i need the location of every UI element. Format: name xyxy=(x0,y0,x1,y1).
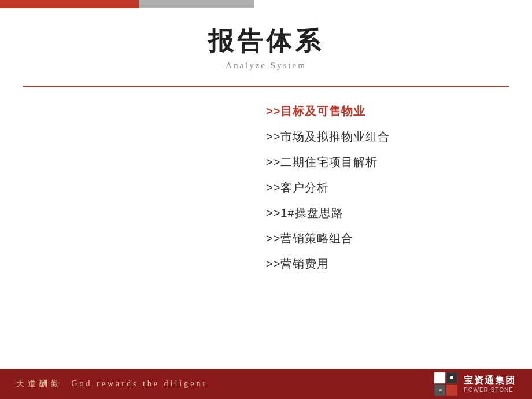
top-bar-gray xyxy=(139,0,254,8)
svg-rect-5 xyxy=(439,389,442,391)
main-title: 报告体系 xyxy=(0,24,532,58)
slogan-cn: 天道酬勤 xyxy=(16,379,62,388)
menu-item-5[interactable]: >>营销策略组合 xyxy=(266,228,390,248)
menu-list: >>目标及可售物业>>市场及拟推物业组合>>二期住宅项目解析>>客户分析>>1#… xyxy=(266,101,390,274)
slogan-en: God rewards the diligent xyxy=(72,379,208,388)
logo-area: 宝资通集团 POWER STONE xyxy=(434,372,516,396)
menu-item-1[interactable]: >>市场及拟推物业组合 xyxy=(266,127,390,146)
menu-item-3[interactable]: >>客户分析 xyxy=(266,178,390,197)
logo-cube-icon xyxy=(434,372,458,396)
sub-title: Analyze System xyxy=(0,61,532,71)
menu-item-6[interactable]: >>营销费用 xyxy=(266,254,390,274)
svg-rect-4 xyxy=(450,376,453,379)
header: 报告体系 Analyze System xyxy=(0,8,532,71)
bottom-slogan: 天道酬勤 God rewards the diligent xyxy=(16,379,207,389)
top-bars xyxy=(0,0,532,8)
logo-name: 宝资通集团 xyxy=(464,375,516,387)
logo-name-en: POWER STONE xyxy=(464,387,516,393)
svg-rect-3 xyxy=(446,385,457,396)
svg-rect-0 xyxy=(434,372,445,383)
menu-item-0[interactable]: >>目标及可售物业 xyxy=(266,101,390,121)
divider xyxy=(23,86,509,87)
menu-item-4[interactable]: >>1#操盘思路 xyxy=(266,203,390,223)
top-bar-red xyxy=(0,0,139,8)
bottom-bar: 天道酬勤 God rewards the diligent 宝资通集团 POWE… xyxy=(0,369,532,399)
logo-name-group: 宝资通集团 POWER STONE xyxy=(464,375,516,393)
menu-item-2[interactable]: >>二期住宅项目解析 xyxy=(266,152,390,172)
